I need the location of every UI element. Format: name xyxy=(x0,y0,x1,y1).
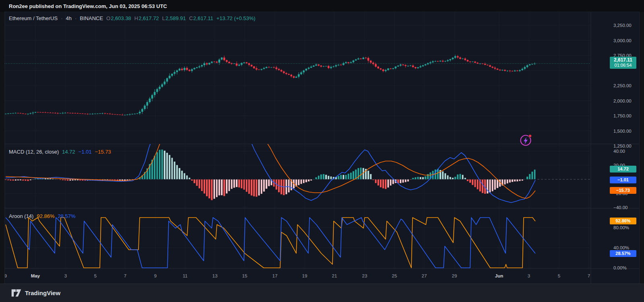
time-tick-label: 7 xyxy=(588,273,590,278)
time-tick-label: 5 xyxy=(558,273,560,278)
time-tick-label: 27 xyxy=(422,273,427,278)
time-tick-label: 25 xyxy=(392,273,397,278)
publish-header: Ron2ee published on TradingView.com, Jun… xyxy=(0,0,644,12)
chart-canvas[interactable]: 3,250.003,000.002,750.002,250.002,000.00… xyxy=(5,12,639,284)
symbol-legend: Ethereum / TetherUS · 4h · BINANCE O2,60… xyxy=(9,15,256,21)
aroon-up-badge: 92.86% xyxy=(610,218,636,224)
macd-value-signal: −15.73 xyxy=(95,149,111,155)
time-tick-label: 5 xyxy=(94,273,97,278)
footer-brand[interactable]: TradingView xyxy=(25,290,60,296)
grid-lines xyxy=(5,12,591,269)
aroon-down-line xyxy=(6,218,535,268)
ohlc-high: H2,617.72 xyxy=(134,15,159,21)
chart-frame: 3,250.003,000.002,750.002,250.002,000.00… xyxy=(5,12,639,284)
footer-bar: TradingView xyxy=(0,284,644,302)
aroon-value-up: 92.86% xyxy=(37,213,54,219)
ohlc-close: C2,617.11 xyxy=(189,15,213,21)
macd-histogram-badge: 14.72 xyxy=(610,166,636,173)
time-tick-label: 13 xyxy=(213,273,218,278)
last-price-badge: 2,617.1101:06:54 xyxy=(610,57,636,69)
price-change: +13.72 (+0.53%) xyxy=(217,15,256,21)
macd-legend: MACD (12, 26, close) 14.72 −1.01 −15.73 xyxy=(9,149,111,155)
time-tick-label: 9 xyxy=(5,273,7,278)
time-tick-label: 7 xyxy=(124,273,126,278)
time-tick-label: 3 xyxy=(64,273,67,278)
symbol-interval[interactable]: 4h xyxy=(66,15,72,21)
aroon-title[interactable]: Aroon (14) xyxy=(9,213,33,219)
price-axis-column[interactable] xyxy=(591,12,639,284)
time-tick-label: Jun xyxy=(495,273,503,278)
time-tick-label: 21 xyxy=(332,273,337,278)
tradingview-logo[interactable] xyxy=(11,289,21,297)
symbol-title[interactable]: Ethereum / TetherUS xyxy=(9,15,58,21)
ohlc-low: L2,589.91 xyxy=(162,15,186,21)
macd-title[interactable]: MACD (12, 26, close) xyxy=(9,149,59,155)
symbol-exchange[interactable]: BINANCE xyxy=(80,15,103,21)
time-tick-label: 11 xyxy=(183,273,188,278)
time-tick-label: May xyxy=(31,273,40,278)
publish-header-text: Ron2ee published on TradingView.com, Jun… xyxy=(9,3,167,9)
lightning-boost-icon[interactable] xyxy=(519,133,533,147)
time-tick-label: 17 xyxy=(272,273,278,278)
candlestick-series xyxy=(5,55,536,115)
time-tick-label: 23 xyxy=(362,273,367,278)
time-tick-label: 19 xyxy=(302,273,308,278)
time-tick-label: 3 xyxy=(528,273,530,278)
time-tick-label: 9 xyxy=(154,273,157,278)
tradingview-snapshot: Ron2ee published on TradingView.com, Jun… xyxy=(0,0,644,302)
aroon-legend: Aroon (14) 92.86% 28.57% xyxy=(9,213,76,219)
aroon-value-down: 28.57% xyxy=(58,213,76,219)
time-axis[interactable]: 9May357911131517192123252729Jun357 xyxy=(5,273,590,278)
ohlc-open: O2,603.38 xyxy=(106,15,131,21)
time-tick-label: 29 xyxy=(452,273,457,278)
macd-value-line: −1.01 xyxy=(78,149,92,155)
time-tick-label: 15 xyxy=(242,273,248,278)
macd-value-hist: 14.72 xyxy=(62,149,75,155)
legend-separator: · xyxy=(61,15,62,21)
legend-separator: · xyxy=(75,15,76,21)
macd-signal-badge: −15.73 xyxy=(610,187,636,194)
macd-line-badge: −1.01 xyxy=(610,177,636,183)
aroon-down-badge: 28.57% xyxy=(610,250,636,257)
